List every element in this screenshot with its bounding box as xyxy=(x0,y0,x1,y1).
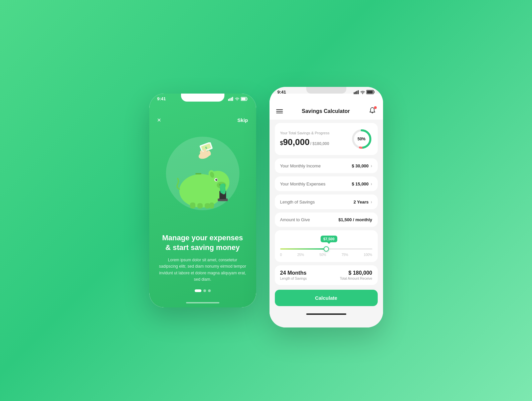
label-25: 25% xyxy=(297,253,304,257)
svg-rect-24 xyxy=(190,203,195,209)
monthly-expenses-value: $ 15,000 xyxy=(352,181,369,186)
chevron-savings: › xyxy=(371,199,372,205)
svg-rect-34 xyxy=(355,92,356,94)
phone1-title: Manage your expenses & start saving mone… xyxy=(159,233,247,252)
label-50: 50% xyxy=(319,253,326,257)
summary-left: 24 Months Length of Savings xyxy=(280,270,307,280)
length-savings-value-group: 2 Years › xyxy=(354,199,372,205)
svg-rect-2 xyxy=(231,98,232,101)
svg-rect-25 xyxy=(197,203,203,209)
monthly-income-value: $ 30,000 xyxy=(352,163,369,168)
slider-value: $7,500 xyxy=(323,237,335,241)
phone1-header: × Skip xyxy=(149,102,256,128)
close-button[interactable]: × xyxy=(157,116,161,124)
slider-area[interactable]: $7,500 xyxy=(280,236,372,252)
time-1: 9:41 xyxy=(157,96,166,101)
amount-to-give-row[interactable]: Amount to Give $1,500 / monthly xyxy=(275,213,378,227)
summary-months-value: 24 Months xyxy=(280,270,307,276)
progress-donut: 50% xyxy=(351,128,372,150)
monthly-expenses-label: Your Monthly Expenses xyxy=(280,181,326,186)
slider-bubble: $7,500 xyxy=(321,236,337,242)
svg-rect-39 xyxy=(367,91,373,94)
svg-rect-23 xyxy=(195,173,201,174)
svg-point-19 xyxy=(215,179,217,181)
nav-title: Savings Calculator xyxy=(302,108,350,114)
savings-label: Your Total Savings & Progress xyxy=(280,131,330,135)
label-0: 0 xyxy=(280,253,282,257)
phone1-description: Lorem ipsum dolor sit amet, consetetur s… xyxy=(159,257,247,283)
svg-rect-33 xyxy=(354,92,355,94)
dots-indicator xyxy=(159,289,247,292)
illustration-area: $ xyxy=(149,128,256,233)
skip-button[interactable]: Skip xyxy=(237,117,248,123)
home-indicator-1 xyxy=(186,302,219,303)
summary-amount-label: Total Amount Receive xyxy=(340,277,372,280)
bubble-arrow xyxy=(327,242,331,244)
monthly-expenses-row[interactable]: Your Monthly Expenses $ 15,000 › xyxy=(275,176,378,191)
svg-rect-3 xyxy=(232,97,233,101)
savings-text-group: Your Total Savings & Progress $90,000/ $… xyxy=(280,131,330,147)
dot-1 xyxy=(195,289,201,292)
savings-value: 90,000 xyxy=(283,137,310,147)
phone1-content: Manage your expenses & start saving mone… xyxy=(149,233,256,302)
calculator-content[interactable]: Your Total Savings & Progress $90,000/ $… xyxy=(270,120,383,327)
signal-icon-2 xyxy=(354,90,359,94)
nav-bar: Savings Calculator xyxy=(270,94,383,120)
time-2: 9:41 xyxy=(278,90,286,95)
chevron-income: › xyxy=(371,163,372,168)
svg-rect-36 xyxy=(358,90,359,94)
slider-card: $7,500 0 xyxy=(275,230,378,262)
slider-thumb[interactable] xyxy=(324,246,329,252)
phone-onboarding: 9:41 xyxy=(149,94,256,307)
slider-labels: 0 25% 50% 75% 100% xyxy=(280,253,372,257)
label-100: 100% xyxy=(364,253,372,257)
battery-icon xyxy=(241,97,248,101)
savings-total: / $180,000 xyxy=(310,141,329,146)
bell-wrapper[interactable] xyxy=(369,107,376,116)
length-savings-label: Length of Savings xyxy=(280,199,315,205)
amount-give-label: Amount to Give xyxy=(280,217,310,222)
battery-icon-2 xyxy=(366,90,375,94)
label-75: 75% xyxy=(342,253,348,257)
summary-months-label: Length of Savings xyxy=(280,277,307,280)
menu-line-3 xyxy=(276,113,283,113)
status-bar-2: 9:41 xyxy=(270,87,383,95)
svg-rect-5 xyxy=(241,98,245,100)
piggy-bank-illustration: $ xyxy=(166,142,239,209)
dot-3 xyxy=(208,289,211,292)
svg-rect-35 xyxy=(356,91,357,94)
amount-give-value-group: $1,500 / monthly xyxy=(338,217,372,222)
menu-icon[interactable] xyxy=(276,109,283,113)
menu-line-2 xyxy=(276,111,283,112)
summary-row: 24 Months Length of Savings $ 180,000 To… xyxy=(275,265,378,285)
slider-track-container xyxy=(280,248,372,250)
monthly-income-row[interactable]: Your Monthly Income $ 30,000 › xyxy=(275,158,378,173)
length-savings-value: 2 Years xyxy=(354,199,369,205)
monthly-expenses-value-group: $ 15,000 › xyxy=(352,181,372,186)
svg-rect-0 xyxy=(228,99,229,101)
wifi-icon-2 xyxy=(360,90,365,94)
status-icons-1 xyxy=(228,97,248,101)
monthly-income-label: Your Monthly Income xyxy=(280,163,321,168)
track-fill xyxy=(280,248,328,250)
chevron-expenses: › xyxy=(371,181,372,186)
svg-rect-27 xyxy=(209,203,214,209)
length-of-savings-row[interactable]: Length of Savings 2 Years › xyxy=(275,194,378,209)
savings-amount: $90,000/ $180,000 xyxy=(280,137,330,147)
home-indicator-2 xyxy=(306,313,346,315)
summary-amount-value: $ 180,000 xyxy=(340,270,372,276)
svg-rect-26 xyxy=(205,203,210,209)
status-bar-1: 9:41 xyxy=(149,94,256,101)
svg-point-37 xyxy=(362,93,363,94)
wifi-icon xyxy=(235,97,239,101)
calculate-button[interactable]: Calculate xyxy=(275,290,378,306)
notification-dot xyxy=(374,106,377,109)
savings-progress-card: Your Total Savings & Progress $90,000/ $… xyxy=(275,123,378,155)
summary-right: $ 180,000 Total Amount Receive xyxy=(340,270,372,280)
signal-icon xyxy=(228,97,233,101)
donut-percent: 50% xyxy=(357,137,365,141)
svg-point-32 xyxy=(221,183,225,191)
phones-container: 9:41 xyxy=(149,74,383,327)
menu-line-1 xyxy=(276,109,283,110)
svg-rect-1 xyxy=(229,98,230,101)
